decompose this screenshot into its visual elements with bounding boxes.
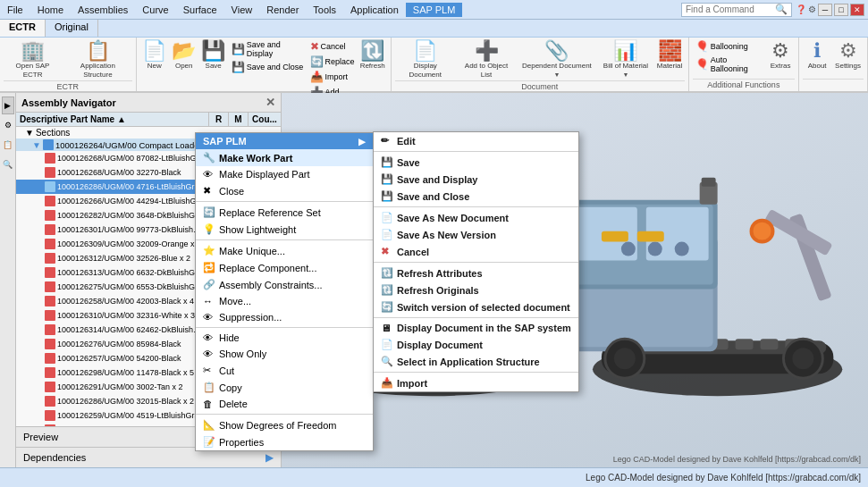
col-r-header[interactable]: R — [209, 113, 229, 126]
svg-point-49 — [675, 242, 689, 256]
menu-curve[interactable]: Curve — [135, 3, 175, 17]
submenu-import[interactable]: 📥 Import — [374, 374, 578, 391]
extras-button[interactable]: ⚙ Extras — [766, 39, 795, 72]
submenu-save-display[interactable]: 💾 Save and Display — [374, 171, 578, 188]
menu-view[interactable]: View — [224, 3, 260, 17]
context-menu-sap-plm-header[interactable]: SAP PLM ▶ ✏ Edit 💾 Save 💾 Save and Displ… — [196, 133, 373, 149]
find-command-input[interactable] — [686, 4, 775, 14]
document-group-label: Document — [395, 80, 685, 91]
submenu-display-doc[interactable]: 📄 Display Document — [374, 336, 578, 353]
left-panel-btn-2[interactable]: ⚙ — [2, 116, 14, 134]
open-button[interactable]: 📂 Open — [170, 39, 198, 72]
show-only-icon: 👁 — [203, 348, 219, 359]
credit-text: Lego CAD-Model designed by Dave Kohlfeld… — [613, 455, 861, 464]
submenu-edit[interactable]: ✏ Edit — [374, 132, 578, 149]
add-to-object-list-button[interactable]: ➕ Add to Object List — [457, 39, 516, 80]
display-document-button[interactable]: 📄 Display Document — [395, 39, 456, 80]
col-m-header[interactable]: M — [229, 113, 249, 126]
submenu-display-sap[interactable]: 🖥 Display Document in the SAP system — [374, 320, 578, 336]
context-menu-show-dof[interactable]: 📐 Show Degrees of Freedom — [196, 416, 373, 433]
left-panel-btn-3[interactable]: 📋 — [2, 136, 14, 154]
open-sap-ectr-button[interactable]: 🏢 Open SAP ECTR — [4, 39, 62, 80]
auto-ballooning-button[interactable]: 🎈 Auto Ballooning — [693, 55, 765, 74]
menu-file[interactable]: File — [0, 3, 30, 17]
material-button[interactable]: 🧱 Material — [654, 39, 684, 72]
submenu-switch-version[interactable]: 🔄 Switch version of selected document — [374, 298, 578, 315]
context-menu-show-lightweight[interactable]: 💡 Show Lightweight — [196, 221, 373, 238]
context-menu-show-only[interactable]: 👁 Show Only — [196, 346, 373, 362]
context-menu-replace-ref-set[interactable]: 🔄 Replace Reference Set — [196, 204, 373, 221]
minimize-button[interactable]: ─ — [818, 4, 832, 16]
context-sep-1 — [196, 201, 373, 202]
menu-application[interactable]: Application — [343, 3, 406, 17]
submenu-sep-2 — [374, 206, 578, 207]
new-button[interactable]: 📄 New — [140, 39, 169, 72]
context-menu-close[interactable]: ✖ Close — [196, 182, 373, 199]
menu-surface[interactable]: Surface — [176, 3, 224, 17]
save-button[interactable]: 💾 Save — [199, 39, 228, 72]
extras-icon: ⚙ — [771, 41, 789, 61]
submenu-select-app-structure[interactable]: 🔍 Select in Application Structure — [374, 353, 578, 370]
tab-original[interactable]: Original — [46, 20, 98, 37]
left-panel-btn-4[interactable]: 🔍 — [2, 155, 14, 173]
col-count-header[interactable]: Cou... — [249, 113, 281, 126]
context-menu-copy[interactable]: 📋 Copy — [196, 379, 373, 396]
part-icon — [45, 353, 55, 364]
menu-render[interactable]: Render — [259, 3, 306, 17]
replace-button[interactable]: 🔄 Replace — [308, 55, 358, 69]
svg-rect-29 — [702, 178, 716, 187]
import-button[interactable]: 📥 Import — [308, 70, 351, 84]
context-menu-move[interactable]: ↔ Move... — [196, 293, 373, 309]
help-icon[interactable]: ❓ — [796, 4, 806, 14]
submenu-cancel[interactable]: ✖ Cancel — [374, 243, 578, 260]
additional-functions-label: Additional Functions — [693, 79, 795, 89]
context-menu-delete[interactable]: 🗑 Delete — [196, 396, 373, 412]
menu-assemblies[interactable]: Assemblies — [71, 3, 135, 17]
cancel-button[interactable]: ✖ Cancel — [308, 39, 349, 54]
close-button[interactable]: ✕ — [850, 4, 864, 16]
context-menu-properties[interactable]: 📝 Properties — [196, 433, 373, 450]
context-menu-hide[interactable]: 👁 Hide — [196, 330, 373, 346]
menu-tools[interactable]: Tools — [306, 3, 343, 17]
show-dof-icon: 📐 — [203, 419, 219, 431]
save-close-button[interactable]: 💾 Save and Close — [229, 60, 307, 74]
sidebar-close-button[interactable]: ✕ — [265, 96, 275, 109]
make-displayed-part-icon: 👁 — [203, 169, 219, 180]
tab-ectr[interactable]: ECTR — [0, 20, 46, 37]
submenu-refresh-originals[interactable]: 🔃 Refresh Originals — [374, 281, 578, 298]
about-button[interactable]: ℹ About — [803, 39, 831, 72]
left-panel-btn-1[interactable]: ▶ — [2, 97, 14, 114]
menu-home[interactable]: Home — [30, 3, 71, 17]
submenu-save[interactable]: 💾 Save — [374, 154, 578, 171]
context-menu-assembly-constraints[interactable]: 🔗 Assembly Constraints... — [196, 276, 373, 293]
add-to-object-list-icon: ➕ — [475, 41, 499, 61]
bill-of-material-button[interactable]: 📊 Bill of Material ▼ — [598, 39, 654, 80]
context-menu-make-unique[interactable]: ⭐ Make Unique... — [196, 242, 373, 259]
context-menu-suppression[interactable]: 👁 Suppression... — [196, 309, 373, 325]
submenu-save-close[interactable]: 💾 Save and Close — [374, 188, 578, 205]
settings-icon[interactable]: ⚙ — [808, 4, 816, 14]
svg-rect-51 — [637, 231, 664, 242]
context-menu-replace-component[interactable]: 🔁 Replace Component... — [196, 259, 373, 276]
refresh-button[interactable]: 🔃 Refresh — [358, 39, 387, 72]
context-menu-cut[interactable]: ✂ Cut — [196, 362, 373, 379]
context-sep-3 — [196, 327, 373, 328]
replace-ref-set-icon: 🔄 — [203, 206, 219, 218]
context-menu-make-work-part[interactable]: 🔧 Make Work Part — [196, 149, 373, 166]
submenu-save-new-version[interactable]: 📄 Save As New Version — [374, 226, 578, 243]
settings-button[interactable]: ⚙ Settings — [832, 39, 864, 72]
search-icon: 🔍 — [775, 4, 788, 15]
application-structure-button[interactable]: 📋 Application Structure — [63, 39, 132, 80]
save-new-doc-icon: 📄 — [381, 212, 397, 223]
col-name-header[interactable]: Descriptive Part Name ▲ — [16, 113, 209, 126]
save-display-button[interactable]: 💾 Save and Display — [229, 39, 307, 59]
submenu-save-new-doc[interactable]: 📄 Save As New Document — [374, 209, 578, 226]
dependent-document-button[interactable]: 📎 Dependent Document ▼ — [517, 39, 596, 80]
submenu-refresh-attrs[interactable]: 🔃 Refresh Attributes — [374, 264, 578, 281]
context-menu-make-displayed-part[interactable]: 👁 Make Displayed Part — [196, 166, 373, 182]
part-icon — [45, 310, 55, 321]
menu-sap-plm[interactable]: SAP PLM — [406, 3, 463, 17]
svg-rect-20 — [761, 339, 779, 349]
ballooning-button[interactable]: 🎈 Ballooning — [693, 39, 765, 54]
maximize-button[interactable]: □ — [834, 4, 848, 16]
